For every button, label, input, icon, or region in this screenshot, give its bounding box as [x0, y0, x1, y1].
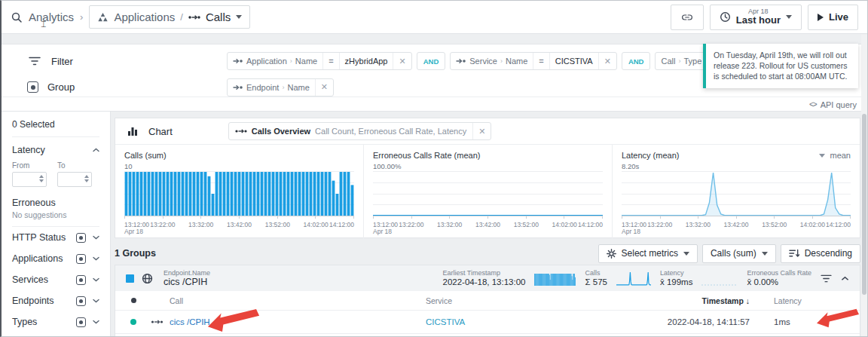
- group-filter-icon[interactable]: [821, 274, 832, 283]
- nav-page-label: Calls: [206, 11, 231, 23]
- filter-chip-application[interactable]: Application › Name = zHybridApp ✕: [227, 52, 412, 70]
- aggregation-selector[interactable]: mean: [819, 151, 851, 160]
- call-direction-icon: [151, 319, 164, 325]
- collapse-chevron-up-icon[interactable]: [841, 276, 849, 281]
- remove-filter-icon[interactable]: ✕: [393, 53, 411, 69]
- x-tick-label: 14:02:00: [552, 221, 577, 228]
- facet-applications[interactable]: Applications: [2, 248, 110, 269]
- column-call[interactable]: Call: [170, 296, 426, 305]
- group-select-checkbox[interactable]: [126, 274, 134, 283]
- release-notification-toast: On Tuesday, April 19th, we will roll out…: [703, 44, 858, 88]
- call-status-dot: [130, 319, 136, 325]
- latency-from-input[interactable]: [12, 172, 47, 187]
- chevron-up-icon: [93, 148, 99, 152]
- api-query-label: API query: [821, 100, 857, 109]
- time-range-value: Last hour: [736, 15, 781, 26]
- chip-operator: =: [533, 53, 549, 69]
- facet-types[interactable]: Types: [2, 311, 110, 332]
- annotation-arrow-call: [201, 309, 266, 332]
- latency-chart-plot[interactable]: [622, 171, 851, 219]
- group-by-icon[interactable]: [76, 296, 86, 306]
- scrollbar-thumb[interactable]: [862, 114, 866, 295]
- chip-field: Type: [683, 57, 701, 66]
- live-button[interactable]: Live: [808, 5, 858, 30]
- metric-label: Erroneous Calls Rate: [747, 269, 811, 277]
- group-by-icon[interactable]: [76, 254, 86, 264]
- api-query-row: <> API query: [2, 97, 867, 112]
- mean-symbol: x̄: [747, 277, 751, 286]
- facet-services[interactable]: Services: [2, 269, 110, 290]
- remove-filter-icon[interactable]: ✕: [598, 53, 616, 69]
- service-link[interactable]: CICSTIVA: [426, 317, 637, 326]
- latency-section-header[interactable]: Latency: [2, 137, 110, 155]
- column-timestamp[interactable]: Timestamp ↓: [637, 296, 769, 305]
- clock-icon: [720, 11, 731, 23]
- tag-arrow-icon: [233, 58, 243, 64]
- filter-chip-service[interactable]: Service › Name = CICSTIVA ✕: [450, 52, 617, 70]
- erroneous-hint: No suggestions: [2, 208, 110, 219]
- facet-technologies[interactable]: Technologies: [2, 332, 110, 337]
- column-latency[interactable]: Latency: [769, 296, 852, 305]
- sort-metric-button[interactable]: Calls (sum): [702, 244, 776, 263]
- x-axis-date-label: Apr 18: [124, 228, 143, 235]
- group-by-icon[interactable]: [76, 317, 86, 327]
- x-tick-label: 13:42:00: [475, 221, 500, 228]
- chart-title: Erroneous Calls Rate (mean): [373, 151, 603, 160]
- from-label: From: [12, 161, 47, 170]
- link-icon: [680, 11, 694, 24]
- chevron-down-icon: [93, 320, 99, 324]
- stepper-icons[interactable]: [84, 175, 89, 182]
- x-tick-label: 13:22:00: [399, 221, 423, 228]
- metric-value: 199ms: [667, 277, 693, 286]
- erroneous-section-header[interactable]: Erroneous: [2, 187, 110, 208]
- x-axis-labels: 13:12:0013:22:0013:32:0013:42:0013:52:00…: [373, 219, 603, 234]
- chart-panel-header: Chart Calls Overview Call Count, Erroneo…: [115, 118, 860, 145]
- select-metrics-label: Select metrics: [622, 248, 678, 259]
- and-operator[interactable]: AND: [417, 52, 446, 70]
- tag-arrow-icon: [456, 58, 466, 64]
- group-icon: [27, 81, 38, 93]
- remove-chart-icon[interactable]: ✕: [472, 123, 491, 139]
- erroneous-chart-plot[interactable]: [373, 171, 603, 219]
- sum-symbol: Σ: [585, 277, 590, 286]
- sort-order-button[interactable]: Descending: [781, 244, 860, 263]
- calls-chart-plot[interactable]: [124, 171, 354, 219]
- groups-toolbar: 1 Groups Select metrics Calls (sum) Desc…: [115, 244, 860, 263]
- chip-entity: Call: [661, 57, 675, 66]
- gear-icon: [607, 249, 616, 259]
- group-name: cics /CPIH: [164, 277, 210, 287]
- facet-label: Types: [12, 317, 37, 327]
- metric-value: 0.00%: [753, 277, 778, 286]
- chevron-down-icon: [93, 277, 99, 282]
- column-service[interactable]: Service: [426, 296, 637, 305]
- nav-section-label: Applications: [114, 11, 175, 23]
- api-query-button[interactable]: <> API query: [809, 100, 857, 109]
- chart-panel-title: Chart: [148, 126, 173, 137]
- select-metrics-button[interactable]: Select metrics: [598, 244, 698, 263]
- stepper-icons[interactable]: [39, 175, 44, 182]
- group-by-icon[interactable]: [76, 275, 86, 285]
- chart-config-chip[interactable]: Calls Overview Call Count, Erroneous Cal…: [228, 122, 492, 140]
- and-operator[interactable]: AND: [622, 52, 651, 70]
- latency-to-input[interactable]: [57, 172, 92, 187]
- chart-columns: Calls (sum) 10 13:12:0013:22:0013:32:001…: [115, 145, 860, 238]
- share-link-button[interactable]: [671, 5, 704, 30]
- time-range-button[interactable]: Apr 18 Last hour: [710, 5, 802, 30]
- metric-value: 2022-04-18, 13:13:00: [442, 277, 525, 287]
- group-chip-endpoint[interactable]: Endpoint › Name ✕: [227, 78, 334, 97]
- facet-endpoints[interactable]: Endpoints: [2, 290, 110, 311]
- remove-group-icon[interactable]: ✕: [315, 79, 333, 96]
- erroneous-chart: Erroneous Calls Rate (mean) 100.00% 13:1…: [363, 145, 612, 238]
- group-header-row[interactable]: Endpoint.Name cics /CPIH Earliest Timest…: [115, 265, 860, 291]
- chart-title: Calls (sum): [124, 151, 354, 160]
- x-axis-labels: 13:12:0013:22:0013:32:0013:42:0013:52:00…: [622, 219, 851, 234]
- facet-http-status[interactable]: HTTP Status: [2, 227, 110, 248]
- chip-field: Name: [295, 57, 317, 66]
- nav-divider: /: [180, 11, 183, 23]
- chevron-down-icon: [93, 256, 99, 261]
- metric-label: Earliest Timestamp: [442, 269, 525, 277]
- chevron-down-icon: [93, 235, 99, 240]
- breadcrumb-analytics[interactable]: Analytics: [29, 11, 74, 23]
- view-selector-dropdown[interactable]: Applications / Calls: [89, 5, 250, 29]
- group-by-icon[interactable]: [76, 233, 86, 243]
